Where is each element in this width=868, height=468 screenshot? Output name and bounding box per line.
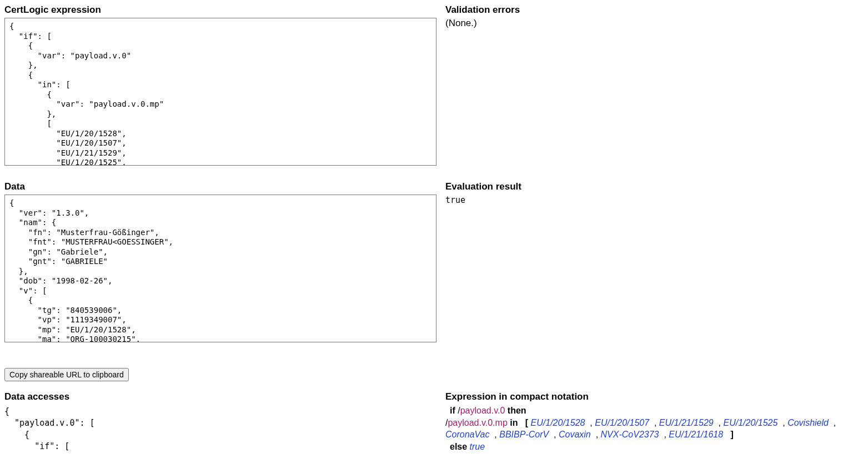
compact-list-item: EU/1/21/1618 — [669, 430, 723, 439]
compact-kw-if: if — [450, 406, 455, 415]
expression-heading: CertLogic expression — [4, 4, 436, 16]
compact-list-item: EU/1/21/1529 — [659, 418, 714, 427]
compact-kw-then: then — [508, 406, 526, 415]
compact-list-item: EU/1/20/1528 — [531, 418, 585, 427]
data-textarea[interactable] — [4, 195, 436, 342]
data-accesses-text: { "payload.v.0": [ { "if": [ — [4, 406, 436, 452]
compact-list-item: BBIBP-CorV — [499, 430, 549, 439]
compact-list-item: Covaxin — [559, 430, 591, 439]
compact-list-item: EU/1/20/1525 — [724, 418, 778, 427]
compact-list-item: CoronaVac — [445, 430, 489, 439]
compact-bracket-open: [ — [525, 418, 528, 427]
compact-else-val: true — [470, 442, 485, 451]
compact-list-item: NVX-CoV2373 — [601, 430, 659, 439]
compact-list-sep: , — [834, 418, 836, 427]
compact-list-item: EU/1/20/1507 — [595, 418, 649, 427]
compact-list-sep: , — [664, 430, 669, 439]
compact-heading: Expression in compact notation — [445, 391, 864, 402]
evaluation-result-heading: Evaluation result — [445, 181, 864, 192]
compact-kw-else: else — [450, 442, 467, 451]
compact-list-sep: , — [719, 418, 724, 427]
compact-list-sep: , — [494, 430, 499, 439]
compact-list-sep: , — [596, 430, 601, 439]
validation-errors-text: (None.) — [445, 18, 864, 29]
compact-list-sep: , — [782, 418, 787, 427]
validation-errors-heading: Validation errors — [445, 4, 864, 16]
compact-bracket-close: ] — [730, 430, 733, 439]
compact-list-item: Covishield — [787, 418, 829, 427]
compact-path-cond: payload.v.0 — [460, 406, 505, 415]
compact-list-sep: , — [654, 418, 659, 427]
data-accesses-heading: Data accesses — [4, 391, 436, 402]
compact-list-sep: , — [590, 418, 595, 427]
data-heading: Data — [4, 181, 436, 192]
compact-list-sep: , — [554, 430, 559, 439]
compact-path-in: payload.v.0.mp — [448, 418, 507, 427]
compact-kw-in: in — [510, 418, 518, 427]
copy-url-button[interactable]: Copy shareable URL to clipboard — [4, 368, 129, 381]
expression-textarea[interactable] — [4, 18, 436, 166]
compact-expression: if /payload.v.0 then /payload.v.0.mp in … — [445, 405, 840, 452]
evaluation-result-text: true — [445, 195, 864, 206]
